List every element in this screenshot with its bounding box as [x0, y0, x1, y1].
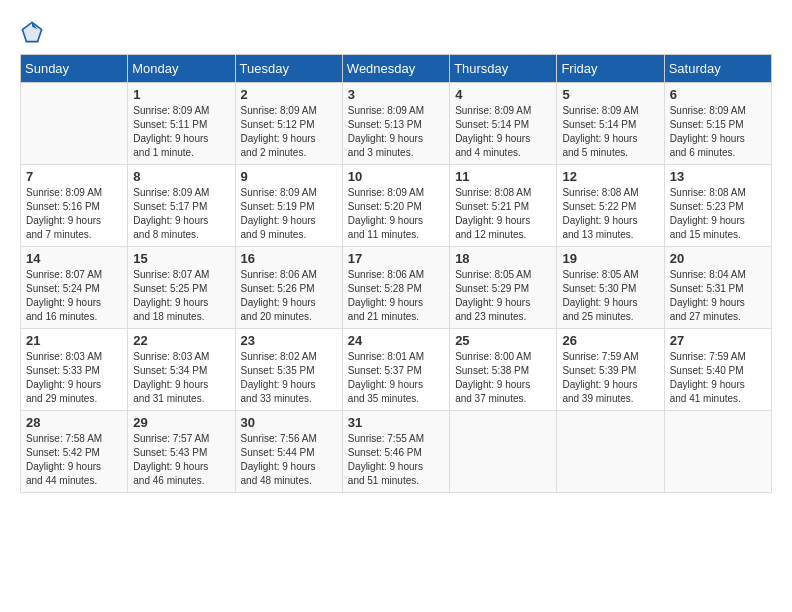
calendar-cell [450, 411, 557, 493]
calendar-cell [557, 411, 664, 493]
day-info: Sunrise: 7:55 AM Sunset: 5:46 PM Dayligh… [348, 432, 444, 488]
day-info: Sunrise: 7:56 AM Sunset: 5:44 PM Dayligh… [241, 432, 337, 488]
calendar-cell: 19Sunrise: 8:05 AM Sunset: 5:30 PM Dayli… [557, 247, 664, 329]
day-number: 3 [348, 87, 444, 102]
calendar-week-row: 1Sunrise: 8:09 AM Sunset: 5:11 PM Daylig… [21, 83, 772, 165]
day-info: Sunrise: 8:00 AM Sunset: 5:38 PM Dayligh… [455, 350, 551, 406]
day-number: 19 [562, 251, 658, 266]
calendar-cell: 12Sunrise: 8:08 AM Sunset: 5:22 PM Dayli… [557, 165, 664, 247]
calendar-cell: 1Sunrise: 8:09 AM Sunset: 5:11 PM Daylig… [128, 83, 235, 165]
day-info: Sunrise: 8:07 AM Sunset: 5:25 PM Dayligh… [133, 268, 229, 324]
day-number: 14 [26, 251, 122, 266]
day-number: 16 [241, 251, 337, 266]
weekday-header-friday: Friday [557, 55, 664, 83]
weekday-header-sunday: Sunday [21, 55, 128, 83]
calendar-week-row: 7Sunrise: 8:09 AM Sunset: 5:16 PM Daylig… [21, 165, 772, 247]
day-info: Sunrise: 7:57 AM Sunset: 5:43 PM Dayligh… [133, 432, 229, 488]
day-info: Sunrise: 7:59 AM Sunset: 5:39 PM Dayligh… [562, 350, 658, 406]
weekday-header-row: SundayMondayTuesdayWednesdayThursdayFrid… [21, 55, 772, 83]
calendar-cell: 9Sunrise: 8:09 AM Sunset: 5:19 PM Daylig… [235, 165, 342, 247]
day-info: Sunrise: 8:08 AM Sunset: 5:22 PM Dayligh… [562, 186, 658, 242]
calendar-cell: 24Sunrise: 8:01 AM Sunset: 5:37 PM Dayli… [342, 329, 449, 411]
day-info: Sunrise: 8:09 AM Sunset: 5:14 PM Dayligh… [562, 104, 658, 160]
day-number: 1 [133, 87, 229, 102]
calendar-cell: 21Sunrise: 8:03 AM Sunset: 5:33 PM Dayli… [21, 329, 128, 411]
calendar-week-row: 28Sunrise: 7:58 AM Sunset: 5:42 PM Dayli… [21, 411, 772, 493]
calendar-cell [664, 411, 771, 493]
calendar-cell: 27Sunrise: 7:59 AM Sunset: 5:40 PM Dayli… [664, 329, 771, 411]
day-number: 24 [348, 333, 444, 348]
calendar-cell: 20Sunrise: 8:04 AM Sunset: 5:31 PM Dayli… [664, 247, 771, 329]
day-info: Sunrise: 8:02 AM Sunset: 5:35 PM Dayligh… [241, 350, 337, 406]
day-info: Sunrise: 8:08 AM Sunset: 5:23 PM Dayligh… [670, 186, 766, 242]
weekday-header-wednesday: Wednesday [342, 55, 449, 83]
calendar-table: SundayMondayTuesdayWednesdayThursdayFrid… [20, 54, 772, 493]
calendar-week-row: 14Sunrise: 8:07 AM Sunset: 5:24 PM Dayli… [21, 247, 772, 329]
day-number: 12 [562, 169, 658, 184]
day-number: 8 [133, 169, 229, 184]
calendar-cell: 11Sunrise: 8:08 AM Sunset: 5:21 PM Dayli… [450, 165, 557, 247]
weekday-header-tuesday: Tuesday [235, 55, 342, 83]
day-number: 31 [348, 415, 444, 430]
header-area [20, 20, 772, 44]
calendar-cell: 28Sunrise: 7:58 AM Sunset: 5:42 PM Dayli… [21, 411, 128, 493]
day-info: Sunrise: 8:09 AM Sunset: 5:19 PM Dayligh… [241, 186, 337, 242]
day-number: 9 [241, 169, 337, 184]
day-info: Sunrise: 8:09 AM Sunset: 5:12 PM Dayligh… [241, 104, 337, 160]
day-number: 4 [455, 87, 551, 102]
day-number: 27 [670, 333, 766, 348]
weekday-header-saturday: Saturday [664, 55, 771, 83]
day-number: 5 [562, 87, 658, 102]
day-info: Sunrise: 8:09 AM Sunset: 5:17 PM Dayligh… [133, 186, 229, 242]
day-info: Sunrise: 8:05 AM Sunset: 5:29 PM Dayligh… [455, 268, 551, 324]
calendar-cell: 30Sunrise: 7:56 AM Sunset: 5:44 PM Dayli… [235, 411, 342, 493]
day-number: 22 [133, 333, 229, 348]
calendar-cell: 14Sunrise: 8:07 AM Sunset: 5:24 PM Dayli… [21, 247, 128, 329]
calendar-cell: 6Sunrise: 8:09 AM Sunset: 5:15 PM Daylig… [664, 83, 771, 165]
day-info: Sunrise: 7:58 AM Sunset: 5:42 PM Dayligh… [26, 432, 122, 488]
day-info: Sunrise: 8:09 AM Sunset: 5:15 PM Dayligh… [670, 104, 766, 160]
calendar-cell: 3Sunrise: 8:09 AM Sunset: 5:13 PM Daylig… [342, 83, 449, 165]
day-number: 21 [26, 333, 122, 348]
calendar-cell: 15Sunrise: 8:07 AM Sunset: 5:25 PM Dayli… [128, 247, 235, 329]
day-number: 23 [241, 333, 337, 348]
calendar-cell: 16Sunrise: 8:06 AM Sunset: 5:26 PM Dayli… [235, 247, 342, 329]
calendar-cell: 18Sunrise: 8:05 AM Sunset: 5:29 PM Dayli… [450, 247, 557, 329]
calendar-cell: 25Sunrise: 8:00 AM Sunset: 5:38 PM Dayli… [450, 329, 557, 411]
calendar-cell: 26Sunrise: 7:59 AM Sunset: 5:39 PM Dayli… [557, 329, 664, 411]
day-number: 2 [241, 87, 337, 102]
day-info: Sunrise: 8:09 AM Sunset: 5:11 PM Dayligh… [133, 104, 229, 160]
day-info: Sunrise: 8:09 AM Sunset: 5:16 PM Dayligh… [26, 186, 122, 242]
calendar-cell: 13Sunrise: 8:08 AM Sunset: 5:23 PM Dayli… [664, 165, 771, 247]
day-number: 18 [455, 251, 551, 266]
day-number: 26 [562, 333, 658, 348]
day-number: 10 [348, 169, 444, 184]
logo [20, 20, 48, 44]
day-number: 30 [241, 415, 337, 430]
calendar-cell: 29Sunrise: 7:57 AM Sunset: 5:43 PM Dayli… [128, 411, 235, 493]
day-info: Sunrise: 8:03 AM Sunset: 5:34 PM Dayligh… [133, 350, 229, 406]
day-info: Sunrise: 8:05 AM Sunset: 5:30 PM Dayligh… [562, 268, 658, 324]
calendar-cell: 31Sunrise: 7:55 AM Sunset: 5:46 PM Dayli… [342, 411, 449, 493]
day-info: Sunrise: 8:01 AM Sunset: 5:37 PM Dayligh… [348, 350, 444, 406]
logo-icon [20, 20, 44, 44]
day-number: 15 [133, 251, 229, 266]
day-info: Sunrise: 8:03 AM Sunset: 5:33 PM Dayligh… [26, 350, 122, 406]
calendar-cell: 8Sunrise: 8:09 AM Sunset: 5:17 PM Daylig… [128, 165, 235, 247]
day-number: 25 [455, 333, 551, 348]
day-number: 17 [348, 251, 444, 266]
day-info: Sunrise: 8:09 AM Sunset: 5:14 PM Dayligh… [455, 104, 551, 160]
calendar-cell [21, 83, 128, 165]
calendar-cell: 23Sunrise: 8:02 AM Sunset: 5:35 PM Dayli… [235, 329, 342, 411]
day-number: 28 [26, 415, 122, 430]
day-number: 7 [26, 169, 122, 184]
day-number: 13 [670, 169, 766, 184]
day-info: Sunrise: 8:07 AM Sunset: 5:24 PM Dayligh… [26, 268, 122, 324]
calendar-cell: 4Sunrise: 8:09 AM Sunset: 5:14 PM Daylig… [450, 83, 557, 165]
day-info: Sunrise: 8:06 AM Sunset: 5:28 PM Dayligh… [348, 268, 444, 324]
day-number: 6 [670, 87, 766, 102]
calendar-cell: 2Sunrise: 8:09 AM Sunset: 5:12 PM Daylig… [235, 83, 342, 165]
calendar-week-row: 21Sunrise: 8:03 AM Sunset: 5:33 PM Dayli… [21, 329, 772, 411]
calendar-cell: 10Sunrise: 8:09 AM Sunset: 5:20 PM Dayli… [342, 165, 449, 247]
day-number: 11 [455, 169, 551, 184]
